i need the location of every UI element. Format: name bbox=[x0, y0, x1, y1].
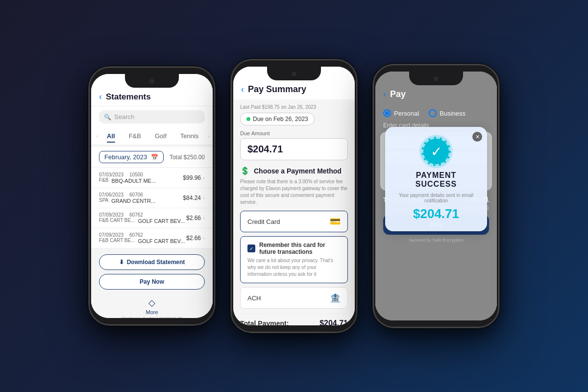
txn-code: 60762 bbox=[129, 212, 143, 218]
remember-card-text: We care a lot about your privacy. That's… bbox=[247, 257, 341, 278]
statements-back-btn[interactable]: ‹ bbox=[99, 92, 102, 102]
download-icon: ⬇ bbox=[119, 259, 124, 266]
transactions-list: 07/03/2023 10500 F&B BBQ-ADULT ME... $99… bbox=[91, 168, 213, 248]
remember-card-box: ✓ Remember this card for future transact… bbox=[240, 236, 348, 283]
ach-option[interactable]: ACH 🏦 bbox=[240, 287, 348, 309]
footer-user-text: Stephanie Castro | #133310-00 bbox=[122, 316, 183, 318]
phone-2: ‹ Pay Summary Last Paid $198.75 on Jan 2… bbox=[230, 59, 358, 333]
total-label: Total $250.00 bbox=[170, 154, 205, 161]
due-badge: Due on Feb 26, 2023 bbox=[240, 113, 315, 125]
due-amount-label: Due Amount bbox=[240, 130, 348, 136]
table-row[interactable]: 07/06/2023 60706 SPA GRAND CENTR... $84.… bbox=[91, 188, 213, 208]
ach-label: ACH bbox=[247, 294, 261, 302]
txn-date: 07/09/2023 bbox=[99, 212, 123, 218]
phone-3: ‹ Pay Personal Business bbox=[372, 64, 500, 328]
notch-3 bbox=[409, 72, 463, 85]
calendar-icon: 📅 bbox=[151, 154, 158, 161]
phone-2-frame: ‹ Pay Summary Last Paid $198.75 on Jan 2… bbox=[230, 59, 358, 333]
txn-code: 60706 bbox=[129, 192, 143, 197]
table-row[interactable]: 07/03/2023 10500 F&B BBQ-ADULT ME... $99… bbox=[91, 168, 213, 188]
phone-1: ‹ Statements 🔍 Search ‹ All F&B Golf bbox=[88, 66, 216, 326]
business-radio-circle bbox=[429, 109, 437, 117]
tab-tennis[interactable]: Tennis bbox=[174, 129, 205, 143]
credit-card-icon: 💳 bbox=[330, 216, 341, 227]
screen-2-content: ‹ Pay Summary Last Paid $198.75 on Jan 2… bbox=[233, 67, 355, 325]
radio-row: Personal Business bbox=[375, 104, 497, 122]
due-green-dot bbox=[246, 117, 250, 121]
tabs-bar: ‹ All F&B Golf Tennis › bbox=[91, 127, 213, 145]
personal-radio-inner bbox=[385, 111, 389, 115]
total-payment-amount: $204.71 bbox=[319, 319, 348, 325]
notch-dot-2 bbox=[292, 72, 296, 76]
txn-cat: SPA bbox=[99, 197, 108, 204]
pay-back-btn[interactable]: ‹ bbox=[383, 89, 386, 99]
txn-info: 07/03/2023 10500 F&B BBQ-ADULT ME... bbox=[99, 172, 183, 184]
checkmark-icon: ✓ bbox=[431, 144, 442, 160]
personal-radio[interactable]: Personal bbox=[383, 109, 419, 117]
tab-all[interactable]: All bbox=[101, 129, 121, 143]
date-selector[interactable]: February, 2023 📅 bbox=[99, 151, 164, 163]
txn-arrow: › bbox=[203, 235, 205, 242]
txn-desc: BBQ-ADULT ME... bbox=[111, 178, 156, 184]
txn-code: 10500 bbox=[129, 172, 143, 177]
tab-left-arrow[interactable]: ‹ bbox=[95, 133, 99, 140]
screen1-footer: ◇ More Stephanie Castro | #133310-00 bbox=[91, 295, 213, 318]
txn-arrow: › bbox=[203, 195, 205, 201]
table-row[interactable]: 07/09/2023 60762 F&B CART BE... GOLF CAR… bbox=[91, 228, 213, 248]
txn-info: 07/09/2023 60762 F&B CART BE... GOLF CAR… bbox=[99, 232, 186, 244]
search-box[interactable]: 🔍 Search bbox=[99, 110, 205, 123]
credit-card-label: Credit Card bbox=[247, 218, 280, 225]
due-date-text: Due on Feb 26, 2023 bbox=[253, 116, 308, 122]
phones-container: ‹ Statements 🔍 Search ‹ All F&B Golf bbox=[78, 49, 510, 343]
pay-title: Pay bbox=[390, 89, 406, 99]
diamond-icon: ◇ bbox=[148, 297, 155, 308]
payment-method-header: 💲 Choose a Payment Method bbox=[240, 166, 348, 175]
fee-note-text: Please note that there is a 3.00% of ser… bbox=[240, 178, 348, 206]
txn-arrow: › bbox=[203, 215, 205, 221]
txn-amount: $2.66 bbox=[186, 215, 201, 221]
coin-icon: 💲 bbox=[240, 166, 250, 175]
table-row[interactable]: 07/09/2023 60762 F&B CART BE... GOLF CAR… bbox=[91, 208, 213, 228]
search-placeholder: Search bbox=[114, 113, 134, 121]
pay-summary-back-btn[interactable]: ‹ bbox=[241, 84, 244, 95]
payment-success-subtitle: Your payment details sent in email notif… bbox=[393, 193, 479, 203]
phone-3-screen: ‹ Pay Personal Business bbox=[375, 72, 497, 320]
remember-card-header: ✓ Remember this card for future transact… bbox=[247, 242, 341, 255]
payment-method-title: Choose a Payment Method bbox=[254, 167, 342, 175]
phone-1-frame: ‹ Statements 🔍 Search ‹ All F&B Golf bbox=[88, 66, 216, 326]
txn-info: 07/06/2023 60706 SPA GRAND CENTR... bbox=[99, 192, 183, 204]
txn-cat: F&B CART BE... bbox=[99, 238, 135, 244]
txn-amount: $84.24 bbox=[183, 195, 201, 201]
txn-code: 60762 bbox=[129, 232, 143, 238]
txn-desc: GRAND CENTR... bbox=[111, 198, 155, 204]
tab-right-arrow[interactable]: › bbox=[206, 133, 210, 140]
txn-date: 07/03/2023 bbox=[99, 172, 123, 177]
pay-now-button[interactable]: Pay Now bbox=[99, 274, 205, 290]
more-text[interactable]: More bbox=[146, 309, 158, 315]
form-background: First Name Last Name ✕ ✓ PAYMENTSUCCESS … bbox=[380, 132, 492, 191]
remember-card-title: Remember this card for future transactio… bbox=[259, 242, 341, 255]
notch-2 bbox=[267, 67, 321, 80]
txn-info: 07/09/2023 60762 F&B CART BE... GOLF CAR… bbox=[99, 212, 186, 224]
success-check-circle: ✓ bbox=[421, 137, 451, 166]
credit-card-option[interactable]: Credit Card 💳 bbox=[240, 211, 348, 232]
search-icon: 🔍 bbox=[104, 114, 111, 121]
search-container: 🔍 Search bbox=[91, 106, 213, 127]
tab-golf[interactable]: Golf bbox=[149, 129, 172, 143]
pay-now-label: Pay Now bbox=[140, 278, 164, 285]
notch-dot-1 bbox=[149, 79, 154, 84]
txn-cat: F&B CART BE... bbox=[99, 218, 135, 224]
screen-3-content: ‹ Pay Personal Business bbox=[375, 72, 497, 320]
notch-dot-3 bbox=[434, 76, 439, 81]
bank-icon: 🏦 bbox=[330, 293, 341, 303]
total-payment-label: Total Payment: bbox=[240, 319, 289, 325]
business-radio[interactable]: Business bbox=[429, 109, 466, 117]
txn-amount: $2.66 bbox=[186, 235, 201, 242]
screen-1-content: ‹ Statements 🔍 Search ‹ All F&B Golf bbox=[91, 74, 213, 318]
close-success-button[interactable]: ✕ bbox=[472, 132, 482, 142]
download-statement-button[interactable]: ⬇ Download Statement bbox=[99, 254, 205, 270]
payment-success-overlay: ✕ ✓ PAYMENTSUCCESS Your payment details … bbox=[385, 127, 487, 231]
download-label: Download Statement bbox=[127, 259, 185, 266]
tab-fb[interactable]: F&B bbox=[123, 129, 147, 143]
remember-checkbox[interactable]: ✓ bbox=[247, 245, 255, 252]
